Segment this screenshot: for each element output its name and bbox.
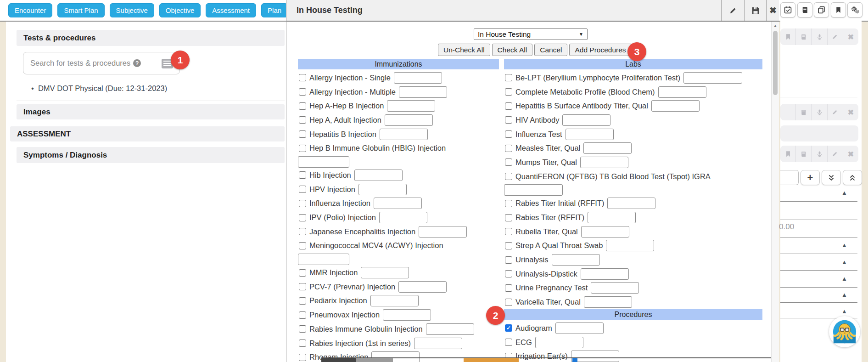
checkbox-hep-a-hep-b-injection[interactable] (299, 102, 306, 110)
expand-all-button[interactable] (822, 170, 841, 185)
checkbox-mmr-injection[interactable] (299, 269, 306, 277)
collapse-row-icon[interactable]: ▲ (841, 291, 847, 298)
microphone-icon[interactable] (811, 146, 827, 162)
value-input-hib-injection[interactable] (354, 170, 403, 181)
checkbox-hib-injection[interactable] (299, 171, 306, 179)
settings-gears-button[interactable] (847, 2, 862, 17)
dialog-scrollbar[interactable]: ▲ (771, 22, 779, 362)
value-input-influenza-test[interactable] (566, 129, 614, 140)
book-button[interactable] (797, 2, 812, 17)
value-input-japanese-encephalitis-injection[interactable] (419, 226, 467, 238)
encounter-button[interactable]: Encounter (8, 3, 52, 17)
search-input[interactable]: Search for tests & procedures ? (23, 52, 180, 74)
check-all-button[interactable]: Check All (492, 44, 533, 56)
bookmark-icon[interactable] (780, 28, 795, 45)
close-icon[interactable]: ✖ (843, 28, 858, 45)
close-icon[interactable]: ✖ (843, 104, 858, 120)
value-input-pediarix-injection[interactable] (370, 295, 419, 306)
due-test-item[interactable]: • DMV DOT Physical (Due: 12-31-2023) (31, 84, 167, 93)
checkbox-rabies-injection-1st-in-series[interactable] (299, 339, 306, 347)
value-input-allergy-injection-single[interactable] (394, 72, 442, 84)
checkbox-allergy-injection-multiple[interactable] (299, 88, 306, 96)
checkbox-rabies-immune-globulin-injection[interactable] (299, 325, 306, 333)
value-input-audiogram[interactable] (555, 322, 604, 334)
checkbox-hepatitis-b-surface-antibody-titer-qual[interactable] (505, 102, 512, 110)
book-icon[interactable] (795, 104, 811, 120)
plan-button[interactable]: Plan (261, 3, 288, 17)
value-input-pneumovax-injection[interactable] (383, 309, 431, 321)
checkbox-hep-a-adult-injection[interactable] (299, 116, 306, 124)
collapse-row-icon[interactable]: ▲ (841, 242, 847, 249)
pencil-icon[interactable] (827, 28, 843, 45)
checkbox-mumps-titer-qual[interactable] (505, 158, 512, 166)
collapse-row-icon[interactable]: ▲ (841, 308, 847, 315)
edit-button[interactable] (721, 0, 744, 21)
value-input-quantiferon-qftbg-tb-gold-blood-test-tspot-igra[interactable] (504, 184, 563, 196)
text-input-fragment[interactable] (780, 170, 799, 185)
value-input-hiv-antibody[interactable] (562, 114, 610, 126)
value-input-mmr-injection[interactable] (361, 267, 409, 278)
save-button[interactable] (744, 0, 766, 21)
checkbox-audiogram[interactable]: ✓ (505, 324, 512, 332)
microphone-icon[interactable] (811, 104, 827, 120)
section-symptoms-diagnosis[interactable]: Symptoms / Diagnosis (17, 147, 285, 163)
value-input-be-lpt-beryllium-lymphocyte-proliferation-test[interactable] (683, 72, 742, 84)
value-input-hepatitis-b-surface-antibody-titer-qual[interactable] (651, 100, 700, 112)
checkbox-strep-a-qual-throat-swab[interactable] (505, 242, 512, 249)
close-icon[interactable]: ✖ (843, 146, 858, 162)
checkbox-complete-metabolic-profile-blood-chem[interactable] (505, 88, 512, 96)
book-icon[interactable] (795, 28, 811, 45)
section-tests-procedures[interactable]: Tests & procedures (17, 30, 285, 46)
checkbox-hpv-injection[interactable] (299, 186, 306, 193)
value-input-rabies-injection-1st-in-series[interactable] (414, 338, 462, 349)
pencil-icon[interactable] (827, 146, 843, 162)
collapse-row-icon[interactable]: ▲ (841, 259, 847, 266)
checkbox-ipv-polio-injection[interactable] (299, 214, 306, 221)
add-procedures-button[interactable]: Add Procedures (569, 44, 631, 56)
checkbox-urinalysis[interactable] (505, 256, 512, 264)
value-input-meningococcal-mcv4-acwy-injection[interactable] (298, 254, 349, 265)
checkbox-urine-pregnancy-test[interactable] (505, 284, 512, 292)
checkbox-pcv-7-prevnar-injection[interactable] (299, 283, 306, 290)
checkbox-measles-titer-qual[interactable] (505, 145, 512, 152)
checkbox-urinalysis-dipstick[interactable] (505, 270, 512, 277)
calendar-check-button[interactable] (780, 2, 795, 17)
value-input-ipv-polio-injection[interactable] (379, 212, 427, 223)
value-input-urinalysis-dipstick[interactable] (581, 268, 629, 280)
value-input-rubella-titer-qual[interactable] (581, 226, 629, 238)
value-input-hep-a-hep-b-injection[interactable] (387, 100, 435, 112)
pencil-icon[interactable] (827, 104, 843, 120)
value-input-hpv-injection[interactable] (358, 184, 407, 195)
microphone-icon[interactable] (811, 28, 827, 45)
collapse-row-icon[interactable]: ▲ (841, 189, 847, 196)
checkbox-rabies-titer-initial-rffit[interactable] (505, 200, 512, 207)
subjective-button[interactable]: Subjective (110, 3, 154, 17)
collapse-row-icon[interactable]: ▲ (841, 275, 847, 282)
checkbox-hep-b-immune-globulin-hbig-injection[interactable] (299, 145, 306, 152)
book-icon[interactable] (795, 146, 811, 162)
un-check-all-button[interactable]: Un-Check All (438, 44, 490, 56)
checkbox-pediarix-injection[interactable] (299, 297, 306, 305)
checkbox-influenza-injection[interactable] (299, 200, 306, 207)
add-button[interactable]: + (801, 170, 820, 185)
checkbox-be-lpt-beryllium-lymphocyte-proliferation-test[interactable] (505, 74, 512, 81)
checkbox-ecg[interactable] (505, 339, 512, 346)
checkbox-hiv-antibody[interactable] (505, 116, 512, 124)
checkbox-rubella-titer-qual[interactable] (505, 228, 512, 235)
value-input-allergy-injection-multiple[interactable] (399, 86, 447, 98)
checkbox-japanese-encephalitis-injection[interactable] (299, 228, 306, 235)
value-input-measles-titer-qual[interactable] (583, 142, 632, 154)
test-category-select[interactable]: In House Testing ▼ (474, 28, 588, 40)
value-input-hep-b-immune-globulin-hbig-injection[interactable] (298, 156, 349, 168)
value-input-rabies-titer-rffit[interactable] (588, 212, 636, 223)
value-input-urine-pregnancy-test[interactable] (591, 282, 639, 294)
checkbox-allergy-injection-single[interactable] (299, 74, 306, 81)
value-input-pcv-7-prevnar-injection[interactable] (398, 281, 447, 293)
checkbox-pneumovax-injection[interactable] (299, 311, 306, 319)
smart-plan-button[interactable]: Smart Plan (57, 3, 104, 17)
value-input-hep-a-adult-injection[interactable] (385, 114, 433, 126)
value-input-rabies-immune-globulin-injection[interactable] (426, 323, 474, 335)
bookmark-button[interactable] (831, 2, 846, 17)
checkbox-meningococcal-mcv4-acwy-injection[interactable] (299, 242, 306, 249)
value-input-influenza-injection[interactable] (374, 198, 422, 209)
